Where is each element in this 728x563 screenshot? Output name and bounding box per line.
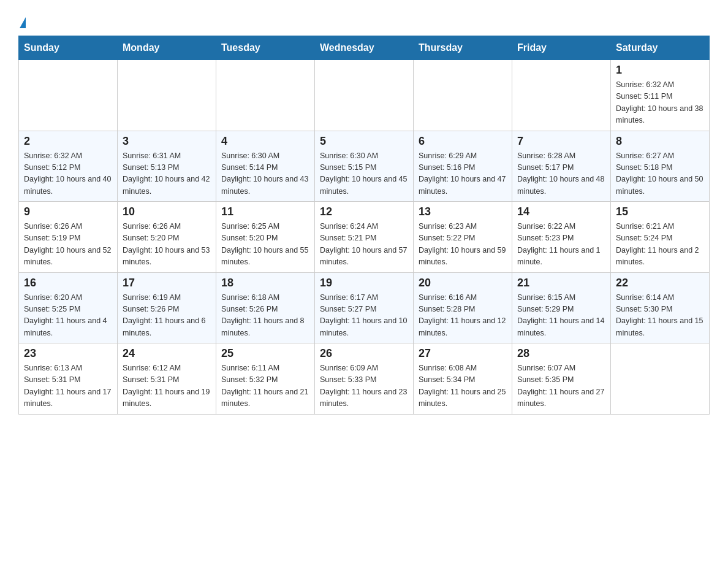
calendar-table: SundayMondayTuesdayWednesdayThursdayFrid…	[18, 36, 710, 415]
calendar-cell: 15Sunrise: 6:21 AMSunset: 5:24 PMDayligh…	[611, 202, 710, 273]
calendar-week-row: 2Sunrise: 6:32 AMSunset: 5:12 PMDaylight…	[19, 131, 710, 202]
calendar-cell	[512, 60, 611, 131]
day-number: 4	[221, 135, 309, 148]
day-info: Sunrise: 6:15 AMSunset: 5:29 PMDaylight:…	[517, 292, 605, 340]
calendar-week-row: 23Sunrise: 6:13 AMSunset: 5:31 PMDayligh…	[19, 343, 710, 415]
calendar-cell: 25Sunrise: 6:11 AMSunset: 5:32 PMDayligh…	[216, 343, 315, 415]
day-number: 17	[123, 277, 211, 289]
day-info: Sunrise: 6:21 AMSunset: 5:24 PMDaylight:…	[616, 221, 704, 269]
calendar-cell: 28Sunrise: 6:07 AMSunset: 5:35 PMDayligh…	[512, 343, 611, 415]
day-info: Sunrise: 6:19 AMSunset: 5:26 PMDaylight:…	[123, 292, 211, 340]
calendar-cell	[315, 60, 414, 131]
day-number: 26	[320, 347, 408, 360]
calendar-cell: 18Sunrise: 6:18 AMSunset: 5:26 PMDayligh…	[216, 272, 315, 343]
day-number: 22	[616, 277, 704, 289]
day-number: 27	[419, 347, 507, 360]
day-info: Sunrise: 6:12 AMSunset: 5:31 PMDaylight:…	[123, 362, 211, 410]
day-number: 2	[24, 135, 112, 148]
calendar-cell: 19Sunrise: 6:17 AMSunset: 5:27 PMDayligh…	[315, 272, 414, 343]
logo-triangle-icon	[20, 17, 26, 28]
calendar-cell: 17Sunrise: 6:19 AMSunset: 5:26 PMDayligh…	[118, 272, 216, 343]
day-number: 23	[24, 347, 112, 360]
weekday-header-sunday: Sunday	[19, 36, 118, 60]
calendar-cell: 20Sunrise: 6:16 AMSunset: 5:28 PMDayligh…	[414, 272, 512, 343]
day-number: 25	[221, 347, 309, 360]
calendar-cell: 22Sunrise: 6:14 AMSunset: 5:30 PMDayligh…	[611, 272, 710, 343]
day-info: Sunrise: 6:13 AMSunset: 5:31 PMDaylight:…	[24, 362, 112, 410]
calendar-cell: 1Sunrise: 6:32 AMSunset: 5:11 PMDaylight…	[611, 60, 710, 131]
calendar-cell	[414, 60, 512, 131]
day-info: Sunrise: 6:11 AMSunset: 5:32 PMDaylight:…	[221, 362, 309, 410]
day-number: 5	[320, 135, 408, 148]
day-number: 9	[24, 205, 112, 218]
day-info: Sunrise: 6:24 AMSunset: 5:21 PMDaylight:…	[320, 221, 408, 269]
day-info: Sunrise: 6:28 AMSunset: 5:17 PMDaylight:…	[517, 150, 605, 198]
day-info: Sunrise: 6:25 AMSunset: 5:20 PMDaylight:…	[221, 221, 309, 269]
day-info: Sunrise: 6:09 AMSunset: 5:33 PMDaylight:…	[320, 362, 408, 410]
day-info: Sunrise: 6:29 AMSunset: 5:16 PMDaylight:…	[419, 150, 507, 198]
calendar-week-row: 1Sunrise: 6:32 AMSunset: 5:11 PMDaylight…	[19, 60, 710, 131]
calendar-cell: 6Sunrise: 6:29 AMSunset: 5:16 PMDaylight…	[414, 131, 512, 202]
day-info: Sunrise: 6:27 AMSunset: 5:18 PMDaylight:…	[616, 150, 704, 198]
calendar-cell: 13Sunrise: 6:23 AMSunset: 5:22 PMDayligh…	[414, 202, 512, 273]
day-info: Sunrise: 6:17 AMSunset: 5:27 PMDaylight:…	[320, 292, 408, 340]
calendar-cell: 4Sunrise: 6:30 AMSunset: 5:14 PMDaylight…	[216, 131, 315, 202]
day-number: 16	[24, 277, 112, 289]
day-info: Sunrise: 6:26 AMSunset: 5:20 PMDaylight:…	[123, 221, 211, 269]
day-number: 6	[419, 135, 507, 148]
day-number: 7	[517, 135, 605, 148]
calendar-cell: 5Sunrise: 6:30 AMSunset: 5:15 PMDaylight…	[315, 131, 414, 202]
calendar-cell	[118, 60, 216, 131]
calendar-cell	[216, 60, 315, 131]
calendar-cell: 2Sunrise: 6:32 AMSunset: 5:12 PMDaylight…	[19, 131, 118, 202]
logo-top	[18, 12, 26, 29]
calendar-cell	[611, 343, 710, 415]
day-info: Sunrise: 6:22 AMSunset: 5:23 PMDaylight:…	[517, 221, 605, 269]
calendar-cell: 8Sunrise: 6:27 AMSunset: 5:18 PMDaylight…	[611, 131, 710, 202]
day-info: Sunrise: 6:26 AMSunset: 5:19 PMDaylight:…	[24, 221, 112, 269]
day-number: 20	[419, 277, 507, 289]
day-info: Sunrise: 6:23 AMSunset: 5:22 PMDaylight:…	[419, 221, 507, 269]
weekday-header-friday: Friday	[512, 36, 611, 60]
day-number: 1	[616, 64, 704, 77]
calendar-header-row: SundayMondayTuesdayWednesdayThursdayFrid…	[19, 36, 710, 60]
day-number: 15	[616, 205, 704, 218]
day-number: 21	[517, 277, 605, 289]
calendar-week-row: 16Sunrise: 6:20 AMSunset: 5:25 PMDayligh…	[19, 272, 710, 343]
day-info: Sunrise: 6:08 AMSunset: 5:34 PMDaylight:…	[419, 362, 507, 410]
day-info: Sunrise: 6:16 AMSunset: 5:28 PMDaylight:…	[419, 292, 507, 340]
calendar-cell: 23Sunrise: 6:13 AMSunset: 5:31 PMDayligh…	[19, 343, 118, 415]
page-header	[18, 12, 710, 29]
day-number: 18	[221, 277, 309, 289]
day-info: Sunrise: 6:30 AMSunset: 5:15 PMDaylight:…	[320, 150, 408, 198]
calendar-cell: 27Sunrise: 6:08 AMSunset: 5:34 PMDayligh…	[414, 343, 512, 415]
day-number: 10	[123, 205, 211, 218]
calendar-cell: 12Sunrise: 6:24 AMSunset: 5:21 PMDayligh…	[315, 202, 414, 273]
calendar-week-row: 9Sunrise: 6:26 AMSunset: 5:19 PMDaylight…	[19, 202, 710, 273]
calendar-cell: 11Sunrise: 6:25 AMSunset: 5:20 PMDayligh…	[216, 202, 315, 273]
day-number: 13	[419, 205, 507, 218]
day-number: 3	[123, 135, 211, 148]
day-number: 19	[320, 277, 408, 289]
calendar-cell: 16Sunrise: 6:20 AMSunset: 5:25 PMDayligh…	[19, 272, 118, 343]
logo	[18, 12, 26, 29]
calendar-cell: 21Sunrise: 6:15 AMSunset: 5:29 PMDayligh…	[512, 272, 611, 343]
day-info: Sunrise: 6:32 AMSunset: 5:11 PMDaylight:…	[616, 79, 704, 127]
day-number: 12	[320, 205, 408, 218]
day-number: 14	[517, 205, 605, 218]
calendar-cell: 24Sunrise: 6:12 AMSunset: 5:31 PMDayligh…	[118, 343, 216, 415]
weekday-header-saturday: Saturday	[611, 36, 710, 60]
calendar-cell: 9Sunrise: 6:26 AMSunset: 5:19 PMDaylight…	[19, 202, 118, 273]
calendar-cell: 7Sunrise: 6:28 AMSunset: 5:17 PMDaylight…	[512, 131, 611, 202]
day-info: Sunrise: 6:20 AMSunset: 5:25 PMDaylight:…	[24, 292, 112, 340]
weekday-header-tuesday: Tuesday	[216, 36, 315, 60]
calendar-cell: 10Sunrise: 6:26 AMSunset: 5:20 PMDayligh…	[118, 202, 216, 273]
weekday-header-monday: Monday	[118, 36, 216, 60]
day-info: Sunrise: 6:07 AMSunset: 5:35 PMDaylight:…	[517, 362, 605, 410]
day-info: Sunrise: 6:18 AMSunset: 5:26 PMDaylight:…	[221, 292, 309, 340]
day-number: 8	[616, 135, 704, 148]
day-info: Sunrise: 6:31 AMSunset: 5:13 PMDaylight:…	[123, 150, 211, 198]
day-info: Sunrise: 6:14 AMSunset: 5:30 PMDaylight:…	[616, 292, 704, 340]
calendar-cell: 3Sunrise: 6:31 AMSunset: 5:13 PMDaylight…	[118, 131, 216, 202]
weekday-header-thursday: Thursday	[414, 36, 512, 60]
